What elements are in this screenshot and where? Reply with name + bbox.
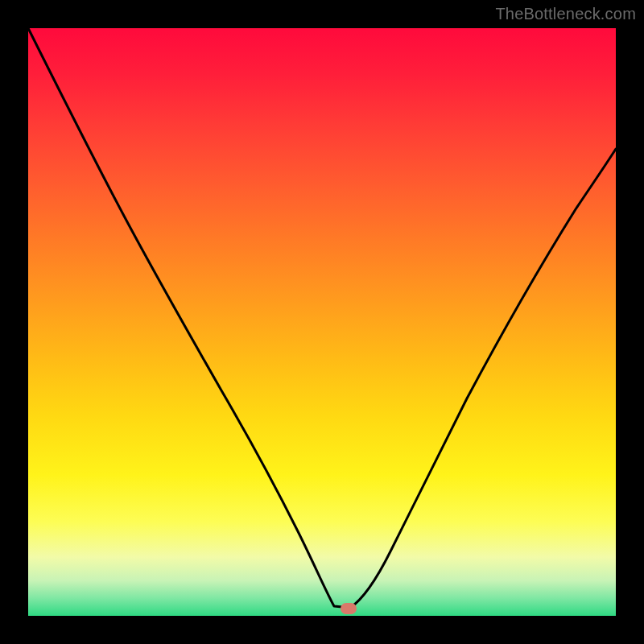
chart-frame: TheBottleneck.com (0, 0, 644, 644)
optimal-point-marker (341, 603, 357, 614)
bottleneck-curve (28, 28, 616, 608)
watermark-text: TheBottleneck.com (495, 5, 636, 23)
plot-area (28, 28, 616, 616)
chart-svg (28, 28, 616, 616)
